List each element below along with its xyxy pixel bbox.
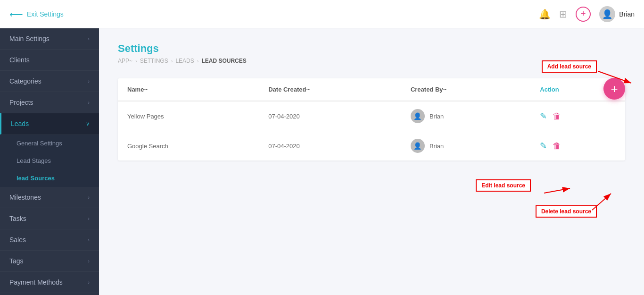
annotation-edit-lead-source: Edit lead source bbox=[476, 179, 531, 192]
page-title: Settings bbox=[118, 42, 625, 55]
sidebar-item-main-settings[interactable]: Main Settings › bbox=[0, 28, 99, 50]
edit-lead-source-button[interactable]: ✎ bbox=[540, 141, 547, 151]
cell-created-by: 👤 Brian bbox=[401, 101, 530, 131]
breadcrumb-lead-sources: LEAD SOURCES bbox=[201, 58, 246, 64]
sidebar-item-label: Tags bbox=[9, 257, 24, 265]
chevron-right-icon: › bbox=[88, 194, 90, 200]
annotation-arrow-edit bbox=[544, 186, 572, 200]
chevron-right-icon: › bbox=[88, 100, 90, 105]
add-circle-icon[interactable]: + bbox=[576, 7, 591, 22]
delete-lead-source-button[interactable]: 🗑 bbox=[553, 141, 561, 151]
sidebar-item-label: Leads bbox=[11, 120, 29, 127]
sidebar-item-label: Tasks bbox=[9, 215, 26, 222]
sidebar-sub-leads: General Settings Lead Stages lead Source… bbox=[0, 135, 99, 187]
topbar: ⟵ Exit Settings 🔔 ⊞ + 👤 Brian bbox=[0, 0, 644, 28]
topbar-right: 🔔 ⊞ + 👤 Brian bbox=[539, 6, 635, 22]
svg-line-3 bbox=[544, 188, 570, 193]
action-icons: ✎ 🗑 bbox=[540, 141, 616, 151]
sidebar-item-label: Milestones bbox=[9, 194, 41, 201]
sidebar-item-tags[interactable]: Tags › bbox=[0, 251, 99, 272]
table-row: Google Search 07-04-2020 👤 Brian ✎ 🗑 bbox=[118, 131, 625, 161]
annotation-edit-label: Edit lead source bbox=[476, 179, 531, 192]
layout: Main Settings › Clients Categories › Pro… bbox=[0, 28, 644, 295]
sidebar-item-email[interactable]: Email › bbox=[0, 293, 99, 295]
exit-settings-button[interactable]: Exit Settings bbox=[27, 10, 64, 18]
add-lead-source-button[interactable]: + bbox=[603, 78, 625, 100]
user-name-label: Brian bbox=[619, 10, 635, 18]
main-content: Settings APP~ › SETTINGS › LEADS › LEAD … bbox=[99, 28, 644, 295]
chevron-right-icon: › bbox=[88, 279, 90, 285]
annotation-delete-lead-source: Delete lead source bbox=[536, 205, 597, 218]
sidebar-item-label: Projects bbox=[9, 99, 33, 106]
col-header-name[interactable]: Name~ bbox=[118, 78, 259, 101]
sidebar-item-sales[interactable]: Sales › bbox=[0, 229, 99, 251]
cell-created-by: 👤 Brian bbox=[401, 131, 530, 161]
breadcrumb-sep-1: › bbox=[135, 58, 137, 64]
cell-action: ✎ 🗑 bbox=[530, 131, 625, 161]
chevron-right-icon: › bbox=[88, 36, 90, 42]
sidebar-item-tasks[interactable]: Tasks › bbox=[0, 208, 99, 229]
notification-icon[interactable]: 🔔 bbox=[539, 8, 551, 20]
chevron-right-icon: › bbox=[88, 237, 90, 243]
sidebar-sub-item-lead-sources[interactable]: lead Sources bbox=[0, 169, 99, 187]
chevron-right-icon: › bbox=[88, 216, 90, 221]
chevron-right-icon: › bbox=[88, 78, 90, 84]
cell-action: ✎ 🗑 bbox=[530, 101, 625, 131]
breadcrumb-settings[interactable]: SETTINGS bbox=[140, 58, 168, 64]
breadcrumb-sep-2: › bbox=[171, 58, 173, 64]
sidebar-item-categories[interactable]: Categories › bbox=[0, 71, 99, 92]
sidebar-item-leads[interactable]: Leads ∨ bbox=[0, 113, 99, 135]
annotation-arrow-delete bbox=[592, 191, 616, 215]
sidebar-item-label: Main Settings bbox=[9, 35, 50, 42]
annotation-delete-label: Delete lead source bbox=[536, 205, 597, 218]
table-row: Yellow Pages 07-04-2020 👤 Brian ✎ 🗑 bbox=[118, 101, 625, 131]
created-by-cell: 👤 Brian bbox=[411, 109, 521, 123]
lead-sources-table: Name~ Date Created~ Created By~ Action Y… bbox=[118, 78, 625, 160]
table-header-row: Name~ Date Created~ Created By~ Action bbox=[118, 78, 625, 101]
created-by-cell: 👤 Brian bbox=[411, 139, 521, 153]
col-header-date-created[interactable]: Date Created~ bbox=[259, 78, 401, 101]
svg-line-5 bbox=[592, 194, 611, 210]
edit-lead-source-button[interactable]: ✎ bbox=[540, 111, 547, 121]
avatar: 👤 bbox=[599, 6, 615, 22]
created-by-name: Brian bbox=[429, 143, 444, 150]
chevron-down-icon: ∨ bbox=[86, 121, 90, 127]
sidebar-item-label: Clients bbox=[9, 56, 30, 64]
topbar-left: ⟵ Exit Settings bbox=[9, 8, 64, 20]
created-by-name: Brian bbox=[429, 113, 444, 120]
chevron-right-icon: › bbox=[88, 258, 90, 264]
breadcrumb-sep-3: › bbox=[197, 58, 199, 64]
row-avatar: 👤 bbox=[411, 109, 425, 123]
cell-name: Google Search bbox=[118, 131, 259, 161]
sidebar-item-label: Categories bbox=[9, 77, 41, 85]
cell-name: Yellow Pages bbox=[118, 101, 259, 131]
user-profile[interactable]: 👤 Brian bbox=[599, 6, 635, 22]
action-icons: ✎ 🗑 bbox=[540, 111, 616, 121]
col-header-created-by[interactable]: Created By~ bbox=[401, 78, 530, 101]
sidebar-item-clients[interactable]: Clients bbox=[0, 50, 99, 71]
breadcrumb: APP~ › SETTINGS › LEADS › LEAD SOURCES bbox=[118, 58, 625, 64]
breadcrumb-leads[interactable]: LEADS bbox=[175, 58, 194, 64]
sidebar-item-payment-methods[interactable]: Payment Methods › bbox=[0, 272, 99, 293]
breadcrumb-app[interactable]: APP~ bbox=[118, 58, 132, 64]
sidebar: Main Settings › Clients Categories › Pro… bbox=[0, 28, 99, 295]
sidebar-sub-item-lead-stages[interactable]: Lead Stages bbox=[0, 152, 99, 169]
sidebar-sub-item-general-settings[interactable]: General Settings bbox=[0, 135, 99, 152]
sidebar-item-label: Payment Methods bbox=[9, 278, 63, 286]
row-avatar: 👤 bbox=[411, 139, 425, 153]
cell-date-created: 07-04-2020 bbox=[259, 131, 401, 161]
sidebar-item-projects[interactable]: Projects › bbox=[0, 92, 99, 113]
cell-date-created: 07-04-2020 bbox=[259, 101, 401, 131]
exit-icon: ⟵ bbox=[9, 8, 23, 20]
layout-icon[interactable]: ⊞ bbox=[559, 8, 567, 20]
lead-sources-table-container: Name~ Date Created~ Created By~ Action Y… bbox=[118, 78, 625, 160]
sidebar-item-label: Sales bbox=[9, 236, 26, 244]
delete-lead-source-button[interactable]: 🗑 bbox=[553, 111, 561, 121]
sidebar-item-milestones[interactable]: Milestones › bbox=[0, 187, 99, 208]
